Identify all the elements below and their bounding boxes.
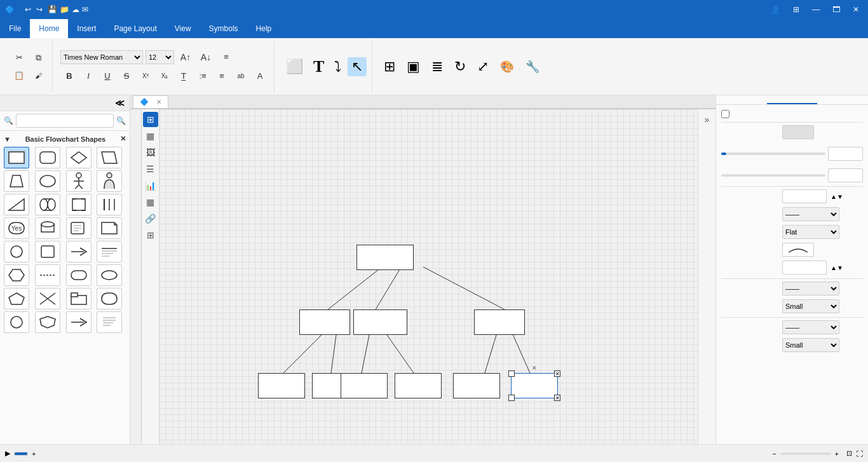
menu-home[interactable]: Home (30, 19, 68, 38)
superscript-btn[interactable]: X² (137, 68, 154, 85)
shape-bracket[interactable] (66, 194, 92, 215)
node-hockey[interactable] (474, 309, 525, 335)
cap-type-select[interactable]: Flat Round Square (782, 225, 839, 239)
menu-insert[interactable]: Insert (68, 19, 105, 38)
format-paint-btn[interactable]: 🖌 (29, 67, 47, 84)
color-picker[interactable] (782, 125, 814, 139)
fullscreen-btn[interactable]: ⛶ (856, 450, 863, 458)
connector-tool[interactable]: ⤵ (330, 57, 345, 76)
close-btn[interactable]: ✕ (849, 4, 863, 15)
shape-shield[interactable] (35, 311, 60, 333)
tab-close-btn[interactable]: ✕ (156, 99, 161, 105)
align-btn[interactable]: ≡ (217, 49, 235, 65)
shape-arrow-right2[interactable] (66, 311, 92, 333)
list2-btn[interactable]: ≡ (213, 68, 231, 85)
node-nets1[interactable] (258, 373, 305, 398)
page-tab-1[interactable] (14, 452, 28, 456)
cut-btn[interactable]: ✂ (10, 50, 28, 66)
node-pads[interactable]: ✕ ✕ ✕ (511, 373, 558, 398)
menu-page-layout[interactable]: Page Layout (105, 19, 165, 38)
font-size-select[interactable]: 12 (146, 50, 174, 64)
shape-trapezoid[interactable] (4, 170, 29, 192)
grid-icon[interactable]: ⊞ (789, 4, 803, 15)
shape-arrow-right[interactable] (66, 241, 92, 262)
list-btn[interactable]: :≡ (194, 68, 212, 85)
strikethrough-btn[interactable]: S (118, 68, 135, 85)
width-value[interactable] (782, 189, 827, 203)
format-icon[interactable]: ▦ (143, 128, 158, 144)
shape-stadium[interactable] (35, 194, 60, 215)
shape-rectangle[interactable] (4, 147, 29, 168)
select-tool[interactable]: ↖ (348, 57, 367, 76)
section-close-btn[interactable]: ✕ (120, 135, 126, 143)
node-baseball[interactable] (353, 309, 407, 335)
handle-t[interactable]: ✕ (532, 365, 537, 371)
layers-icon[interactable]: ☰ (143, 161, 158, 177)
link-icon[interactable]: 🔗 (143, 211, 158, 226)
shape-circle2[interactable] (4, 311, 29, 333)
rotate-tool[interactable]: ↻ (451, 57, 470, 76)
gradient-checkbox[interactable] (721, 110, 729, 118)
shape-brace[interactable] (97, 194, 122, 215)
text-tool[interactable]: T (309, 56, 328, 78)
menu-symbols[interactable]: Symbols (200, 19, 247, 38)
font-increase-btn[interactable]: A↑ (177, 49, 194, 65)
collapse-libraries-btn[interactable]: ≪ (115, 98, 125, 108)
table-icon[interactable]: ▦ (143, 194, 158, 210)
menu-file[interactable]: File (0, 19, 30, 38)
canvas-area[interactable]: ✕ ✕ ✕ (159, 109, 698, 444)
begin-type-select[interactable]: —— → ◇ (782, 282, 839, 296)
align-tool[interactable]: ≣ (428, 57, 447, 76)
shape-note2[interactable] (97, 217, 122, 239)
zoom-in-btn[interactable]: + (835, 450, 839, 458)
document-tab[interactable]: 🔷 ✕ (133, 95, 168, 108)
shape-circle[interactable] (4, 241, 29, 262)
italic-btn[interactable]: I (79, 68, 97, 85)
properties-icon[interactable]: ⊞ (143, 112, 158, 127)
tools-tool[interactable]: 🔧 (522, 58, 543, 75)
shape-hexagon[interactable] (4, 264, 29, 286)
rounding-size-value[interactable] (782, 261, 827, 275)
basic-flowchart-header[interactable]: ▼ Basic Flowchart Shapes ✕ (4, 135, 126, 143)
search-input[interactable] (16, 114, 114, 128)
node-helmet[interactable] (341, 373, 388, 398)
add-page-btn[interactable]: + (32, 450, 36, 458)
shape-rounded-rect2[interactable] (66, 264, 92, 286)
menu-help[interactable]: Help (247, 19, 281, 38)
undo-btn[interactable]: ↩ (25, 5, 31, 14)
shape-diamond[interactable] (66, 147, 92, 168)
shade-tint-value[interactable] (828, 147, 863, 161)
subscript-btn[interactable]: X₂ (156, 68, 173, 85)
shape-pentagon[interactable] (4, 288, 29, 309)
font-color-btn[interactable]: A (251, 68, 269, 85)
shape-rounded-rect[interactable] (35, 147, 60, 168)
copy-btn[interactable]: ⧉ (29, 50, 47, 66)
chart-icon[interactable]: 📊 (143, 178, 158, 193)
text-style-btn[interactable]: T̲ (175, 68, 193, 85)
shape-cross[interactable] (35, 288, 60, 309)
zoom-slider[interactable] (780, 452, 831, 455)
node-sports[interactable] (356, 245, 414, 270)
shape-curved-rect[interactable] (97, 288, 122, 309)
handle-br[interactable]: ✕ (554, 395, 560, 401)
shape-square2[interactable] (35, 241, 60, 262)
shape-ellipse2[interactable] (97, 264, 122, 286)
shape-tab[interactable] (66, 288, 92, 309)
transparency-value[interactable] (828, 168, 863, 182)
shape-parallelogram[interactable] (97, 147, 122, 168)
shape-line[interactable] (35, 264, 60, 286)
shape-decision[interactable]: Yes (4, 217, 29, 239)
shape-text-block[interactable] (97, 241, 122, 262)
node-stick[interactable] (453, 373, 500, 398)
node-bat[interactable] (395, 373, 442, 398)
handle-bl[interactable] (508, 395, 515, 401)
shape-person2[interactable] (97, 170, 122, 192)
width-spinner[interactable]: ▲▼ (831, 193, 843, 200)
dash-type-select[interactable]: —— - - - · · · (782, 207, 839, 221)
group-tool[interactable]: ▣ (403, 57, 424, 76)
expand-icon[interactable]: ⊞ (143, 228, 158, 243)
rounding-size-spinner[interactable]: ▲▼ (831, 264, 843, 271)
handle-tr[interactable]: ✕ (554, 370, 560, 377)
redo-btn[interactable]: ↪ (36, 5, 43, 14)
word-wrap-btn[interactable]: ab (232, 68, 250, 85)
